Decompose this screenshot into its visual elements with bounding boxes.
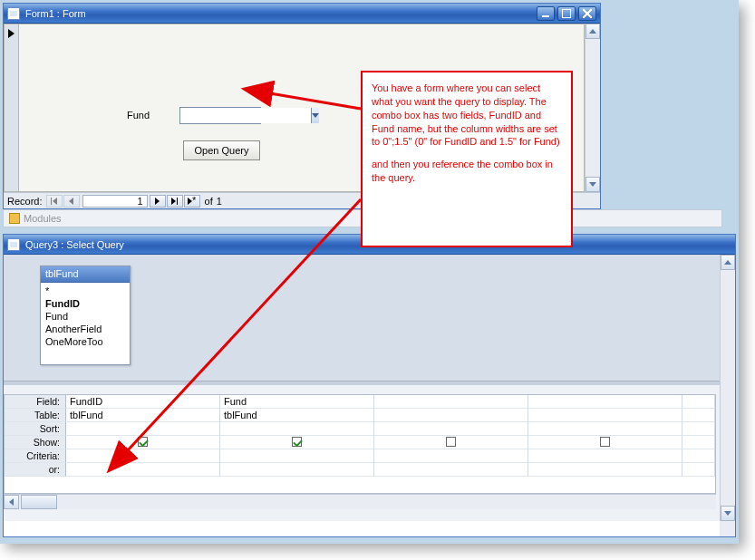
chevron-left-icon xyxy=(9,498,14,506)
show-checkbox[interactable] xyxy=(292,437,302,447)
grid-cell-field[interactable] xyxy=(682,395,715,409)
chevron-up-icon xyxy=(589,29,596,34)
grid-cell-field[interactable]: Fund xyxy=(220,395,374,409)
form-title: Form1 : Form xyxy=(25,8,86,19)
grid-cell-field[interactable]: FundID xyxy=(66,395,220,409)
grid-cell-or[interactable] xyxy=(374,463,528,477)
grid-cell-criteria[interactable] xyxy=(682,449,715,463)
grid-cell-sort[interactable] xyxy=(220,422,374,436)
show-checkbox[interactable] xyxy=(138,437,148,447)
query-diagram-pane[interactable]: tblFund * FundID Fund AnotherField OneMo… xyxy=(4,255,720,381)
grid-cell-show[interactable] xyxy=(682,436,715,449)
field-item[interactable]: AnotherField xyxy=(45,323,125,335)
grid-label-field: Field: xyxy=(5,395,66,409)
grid-cell-criteria[interactable] xyxy=(220,449,374,463)
grid-cell-show[interactable] xyxy=(66,436,220,449)
scroll-left-button[interactable] xyxy=(4,495,19,509)
grid-cell-table[interactable] xyxy=(682,409,715,422)
grid-label-table: Table: xyxy=(5,409,66,422)
close-button[interactable] xyxy=(578,6,596,21)
maximize-button[interactable] xyxy=(557,6,576,21)
grid-cell-table[interactable] xyxy=(528,409,682,422)
grid-cell-table[interactable]: tblFund xyxy=(220,409,374,422)
app-canvas: Form1 : Form Fund Open Query Record: xyxy=(0,0,739,544)
query-horizontal-scrollbar[interactable] xyxy=(4,494,716,509)
form-icon xyxy=(7,7,20,20)
record-number-input[interactable] xyxy=(82,195,148,208)
field-item[interactable]: Fund xyxy=(45,310,125,323)
table-header[interactable]: tblFund xyxy=(41,266,130,283)
field-item[interactable]: * xyxy=(45,285,125,297)
grid-cell-sort[interactable] xyxy=(528,422,682,436)
query-window: Query3 : Select Query tblFund * FundID F… xyxy=(3,234,736,537)
scroll-down-button[interactable] xyxy=(721,506,735,521)
nav-next-button[interactable] xyxy=(150,195,166,208)
grid-cell-show[interactable] xyxy=(374,436,528,449)
field-item[interactable]: OneMoreToo xyxy=(45,335,125,348)
query-title: Query3 : Select Query xyxy=(25,239,124,250)
grid-cell-table[interactable]: tblFund xyxy=(66,409,220,422)
chevron-down-icon xyxy=(589,182,596,187)
record-total: 1 xyxy=(217,196,222,207)
scroll-up-button[interactable] xyxy=(721,255,735,270)
grid-label-sort: Sort: xyxy=(5,422,66,436)
nav-prev-button[interactable] xyxy=(63,195,80,208)
modules-icon xyxy=(9,213,20,224)
field-item-pk[interactable]: FundID xyxy=(45,297,125,310)
record-of-label: of xyxy=(205,196,213,207)
chevron-down-icon xyxy=(312,113,319,118)
chevron-up-icon xyxy=(724,260,731,265)
grid-cell-field[interactable] xyxy=(528,395,682,409)
grid-label-criteria: Criteria: xyxy=(5,449,66,463)
chevron-down-icon xyxy=(724,511,731,516)
nav-last-button[interactable] xyxy=(167,195,183,208)
scroll-up-button[interactable] xyxy=(586,24,600,39)
grid-label-show: Show: xyxy=(5,436,66,449)
query-vertical-scrollbar[interactable] xyxy=(720,255,735,521)
nav-new-button[interactable]: * xyxy=(184,195,200,208)
scroll-down-button[interactable] xyxy=(586,177,600,192)
scroll-thumb[interactable] xyxy=(21,495,57,509)
form-vertical-scrollbar[interactable] xyxy=(585,24,600,192)
show-checkbox[interactable] xyxy=(600,437,610,447)
annotation-callout: You have a form where you can select wha… xyxy=(361,71,573,247)
query-grid-pane: Field: FundID Fund Table: tblFund tblFun… xyxy=(4,385,720,521)
record-label: Record: xyxy=(7,196,43,207)
grid-cell-or[interactable] xyxy=(528,463,682,477)
grid-cell-show[interactable] xyxy=(528,436,682,449)
grid-cell-sort[interactable] xyxy=(66,422,220,436)
grid-cell-sort[interactable] xyxy=(682,422,715,436)
grid-cell-criteria[interactable] xyxy=(66,449,220,463)
grid-cell-or[interactable] xyxy=(66,463,220,477)
grid-cell-show[interactable] xyxy=(220,436,374,449)
grid-cell-sort[interactable] xyxy=(374,422,528,436)
fund-combobox[interactable] xyxy=(179,107,261,124)
fund-combobox-dropdown-button[interactable] xyxy=(311,108,319,123)
grid-cell-criteria[interactable] xyxy=(374,449,528,463)
table-field-list: * FundID Fund AnotherField OneMoreToo xyxy=(41,283,130,350)
fund-label: Fund xyxy=(127,110,150,121)
open-query-button[interactable]: Open Query xyxy=(183,140,260,160)
grid-label-or: or: xyxy=(5,463,66,477)
grid-cell-or[interactable] xyxy=(682,463,715,477)
callout-text-1: You have a form where you can select wha… xyxy=(372,82,562,149)
query-icon xyxy=(7,238,20,251)
record-selector-bar[interactable] xyxy=(5,24,19,191)
minimize-button[interactable] xyxy=(537,6,555,21)
callout-text-2: and then you reference the combo box in … xyxy=(372,158,562,185)
form-titlebar[interactable]: Form1 : Form xyxy=(4,4,600,24)
fund-combobox-input[interactable] xyxy=(180,108,311,123)
grid-cell-table[interactable] xyxy=(374,409,528,422)
modules-label: Modules xyxy=(24,213,62,224)
table-tblfund[interactable]: tblFund * FundID Fund AnotherField OneMo… xyxy=(40,266,131,365)
current-record-icon xyxy=(8,29,15,38)
nav-first-button[interactable] xyxy=(46,195,63,208)
scroll-corner xyxy=(720,521,735,536)
show-checkbox[interactable] xyxy=(446,437,456,447)
grid-cell-field[interactable] xyxy=(374,395,528,409)
grid-cell-or[interactable] xyxy=(220,463,374,477)
grid-cell-criteria[interactable] xyxy=(528,449,682,463)
query-design-grid[interactable]: Field: FundID Fund Table: tblFund tblFun… xyxy=(4,394,716,494)
